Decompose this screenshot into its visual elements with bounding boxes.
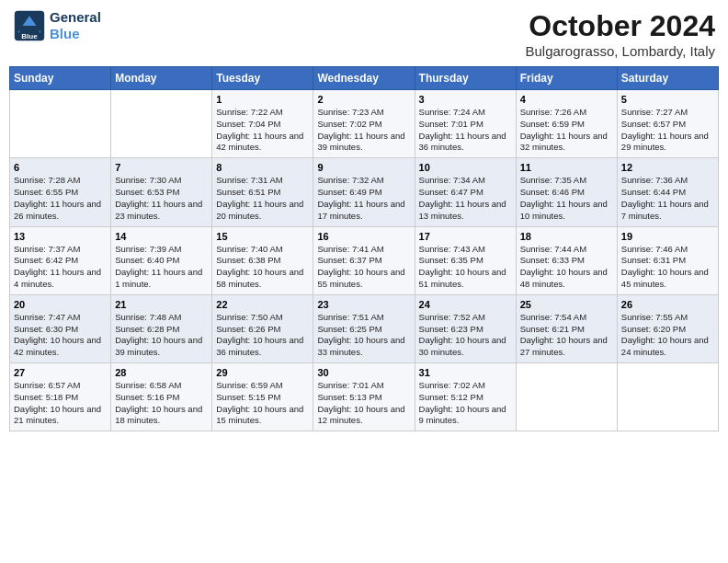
day-number: 8 — [216, 162, 309, 173]
calendar-cell: 27 Sunrise: 6:57 AMSunset: 5:18 PMDaylig… — [10, 363, 111, 431]
calendar-cell: 18 Sunrise: 7:44 AMSunset: 6:33 PMDaylig… — [516, 226, 617, 294]
calendar-cell — [10, 90, 111, 158]
logo: Blue General Blue — [13, 9, 101, 42]
day-number: 27 — [14, 367, 107, 378]
day-number: 28 — [115, 367, 208, 378]
day-info: Sunrise: 7:44 AMSunset: 6:33 PMDaylight:… — [520, 244, 613, 291]
week-row-5: 27 Sunrise: 6:57 AMSunset: 5:18 PMDaylig… — [10, 363, 719, 431]
calendar-cell — [111, 90, 212, 158]
day-info: Sunrise: 7:46 AMSunset: 6:31 PMDaylight:… — [621, 244, 714, 291]
weekday-header-saturday: Saturday — [617, 67, 718, 90]
calendar-cell: 28 Sunrise: 6:58 AMSunset: 5:16 PMDaylig… — [111, 363, 212, 431]
day-info: Sunrise: 7:48 AMSunset: 6:28 PMDaylight:… — [115, 312, 208, 359]
day-number: 21 — [115, 299, 208, 310]
day-number: 2 — [317, 94, 410, 105]
day-info: Sunrise: 6:58 AMSunset: 5:16 PMDaylight:… — [115, 380, 208, 427]
day-number: 11 — [520, 162, 613, 173]
calendar-cell: 17 Sunrise: 7:43 AMSunset: 6:35 PMDaylig… — [415, 226, 516, 294]
day-number: 14 — [115, 231, 208, 242]
weekday-header-friday: Friday — [516, 67, 617, 90]
calendar-cell — [617, 363, 718, 431]
day-number: 31 — [419, 367, 512, 378]
calendar-cell: 3 Sunrise: 7:24 AMSunset: 7:01 PMDayligh… — [415, 90, 516, 158]
day-info: Sunrise: 7:30 AMSunset: 6:53 PMDaylight:… — [115, 175, 208, 222]
calendar-cell: 12 Sunrise: 7:36 AMSunset: 6:44 PMDaylig… — [617, 158, 718, 226]
day-number: 1 — [216, 94, 309, 105]
day-number: 16 — [317, 231, 410, 242]
day-number: 26 — [621, 299, 714, 310]
calendar-cell: 2 Sunrise: 7:23 AMSunset: 7:02 PMDayligh… — [313, 90, 415, 158]
day-info: Sunrise: 7:41 AMSunset: 6:37 PMDaylight:… — [317, 244, 410, 291]
day-number: 12 — [621, 162, 714, 173]
day-info: Sunrise: 7:35 AMSunset: 6:46 PMDaylight:… — [520, 175, 613, 222]
day-number: 15 — [216, 231, 309, 242]
day-number: 3 — [419, 94, 512, 105]
day-number: 25 — [520, 299, 613, 310]
day-number: 5 — [621, 94, 714, 105]
day-number: 30 — [317, 367, 410, 378]
day-number: 19 — [621, 231, 714, 242]
day-info: Sunrise: 7:02 AMSunset: 5:12 PMDaylight:… — [419, 380, 512, 427]
weekday-header-tuesday: Tuesday — [212, 67, 313, 90]
calendar-cell: 19 Sunrise: 7:46 AMSunset: 6:31 PMDaylig… — [617, 226, 718, 294]
day-number: 4 — [520, 94, 613, 105]
day-info: Sunrise: 6:59 AMSunset: 5:15 PMDaylight:… — [216, 380, 309, 427]
day-number: 9 — [317, 162, 410, 173]
day-info: Sunrise: 7:01 AMSunset: 5:13 PMDaylight:… — [317, 380, 410, 427]
weekday-header-thursday: Thursday — [415, 67, 516, 90]
calendar-cell: 30 Sunrise: 7:01 AMSunset: 5:13 PMDaylig… — [313, 363, 415, 431]
day-number: 6 — [14, 162, 107, 173]
day-info: Sunrise: 7:40 AMSunset: 6:38 PMDaylight:… — [216, 244, 309, 291]
day-number: 23 — [317, 299, 410, 310]
day-info: Sunrise: 7:55 AMSunset: 6:20 PMDaylight:… — [621, 312, 714, 359]
calendar-cell: 15 Sunrise: 7:40 AMSunset: 6:38 PMDaylig… — [212, 226, 313, 294]
day-number: 18 — [520, 231, 613, 242]
day-info: Sunrise: 7:36 AMSunset: 6:44 PMDaylight:… — [621, 175, 714, 222]
day-info: Sunrise: 7:52 AMSunset: 6:23 PMDaylight:… — [419, 312, 512, 359]
day-info: Sunrise: 7:43 AMSunset: 6:35 PMDaylight:… — [419, 244, 512, 291]
day-info: Sunrise: 6:57 AMSunset: 5:18 PMDaylight:… — [14, 380, 107, 427]
calendar-cell: 11 Sunrise: 7:35 AMSunset: 6:46 PMDaylig… — [516, 158, 617, 226]
calendar-cell: 8 Sunrise: 7:31 AMSunset: 6:51 PMDayligh… — [212, 158, 313, 226]
day-info: Sunrise: 7:24 AMSunset: 7:01 PMDaylight:… — [419, 107, 512, 154]
svg-text:Blue: Blue — [21, 32, 38, 40]
week-row-4: 20 Sunrise: 7:47 AMSunset: 6:30 PMDaylig… — [10, 294, 719, 362]
logo-icon: Blue — [13, 9, 46, 42]
calendar-cell: 24 Sunrise: 7:52 AMSunset: 6:23 PMDaylig… — [415, 294, 516, 362]
calendar-cell: 1 Sunrise: 7:22 AMSunset: 7:04 PMDayligh… — [212, 90, 313, 158]
calendar-cell: 25 Sunrise: 7:54 AMSunset: 6:21 PMDaylig… — [516, 294, 617, 362]
day-info: Sunrise: 7:26 AMSunset: 6:59 PMDaylight:… — [520, 107, 613, 154]
calendar-cell: 16 Sunrise: 7:41 AMSunset: 6:37 PMDaylig… — [313, 226, 415, 294]
day-info: Sunrise: 7:28 AMSunset: 6:55 PMDaylight:… — [14, 175, 107, 222]
week-row-2: 6 Sunrise: 7:28 AMSunset: 6:55 PMDayligh… — [10, 158, 719, 226]
calendar-cell: 7 Sunrise: 7:30 AMSunset: 6:53 PMDayligh… — [111, 158, 212, 226]
calendar-cell: 9 Sunrise: 7:32 AMSunset: 6:49 PMDayligh… — [313, 158, 415, 226]
calendar-cell — [516, 363, 617, 431]
title-block: October 2024 Bulgarograsso, Lombardy, It… — [526, 9, 716, 59]
weekday-header-wednesday: Wednesday — [313, 67, 415, 90]
calendar-cell: 22 Sunrise: 7:50 AMSunset: 6:26 PMDaylig… — [212, 294, 313, 362]
logo-text: General Blue — [50, 9, 101, 42]
day-info: Sunrise: 7:47 AMSunset: 6:30 PMDaylight:… — [14, 312, 107, 359]
day-info: Sunrise: 7:39 AMSunset: 6:40 PMDaylight:… — [115, 244, 208, 291]
day-number: 24 — [419, 299, 512, 310]
location-title: Bulgarograsso, Lombardy, Italy — [526, 43, 716, 59]
month-title: October 2024 — [526, 9, 716, 43]
weekday-header-monday: Monday — [111, 67, 212, 90]
day-info: Sunrise: 7:37 AMSunset: 6:42 PMDaylight:… — [14, 244, 107, 291]
calendar-cell: 31 Sunrise: 7:02 AMSunset: 5:12 PMDaylig… — [415, 363, 516, 431]
day-info: Sunrise: 7:32 AMSunset: 6:49 PMDaylight:… — [317, 175, 410, 222]
calendar-cell: 6 Sunrise: 7:28 AMSunset: 6:55 PMDayligh… — [10, 158, 111, 226]
calendar-cell: 20 Sunrise: 7:47 AMSunset: 6:30 PMDaylig… — [10, 294, 111, 362]
day-number: 17 — [419, 231, 512, 242]
calendar-cell: 13 Sunrise: 7:37 AMSunset: 6:42 PMDaylig… — [10, 226, 111, 294]
calendar-cell: 5 Sunrise: 7:27 AMSunset: 6:57 PMDayligh… — [617, 90, 718, 158]
calendar-table: SundayMondayTuesdayWednesdayThursdayFrid… — [9, 66, 719, 431]
page-header: Blue General Blue October 2024 Bulgarogr… — [9, 9, 719, 59]
day-number: 20 — [14, 299, 107, 310]
day-number: 10 — [419, 162, 512, 173]
calendar-cell: 29 Sunrise: 6:59 AMSunset: 5:15 PMDaylig… — [212, 363, 313, 431]
weekday-header-row: SundayMondayTuesdayWednesdayThursdayFrid… — [10, 67, 719, 90]
calendar-cell: 21 Sunrise: 7:48 AMSunset: 6:28 PMDaylig… — [111, 294, 212, 362]
calendar-cell: 23 Sunrise: 7:51 AMSunset: 6:25 PMDaylig… — [313, 294, 415, 362]
